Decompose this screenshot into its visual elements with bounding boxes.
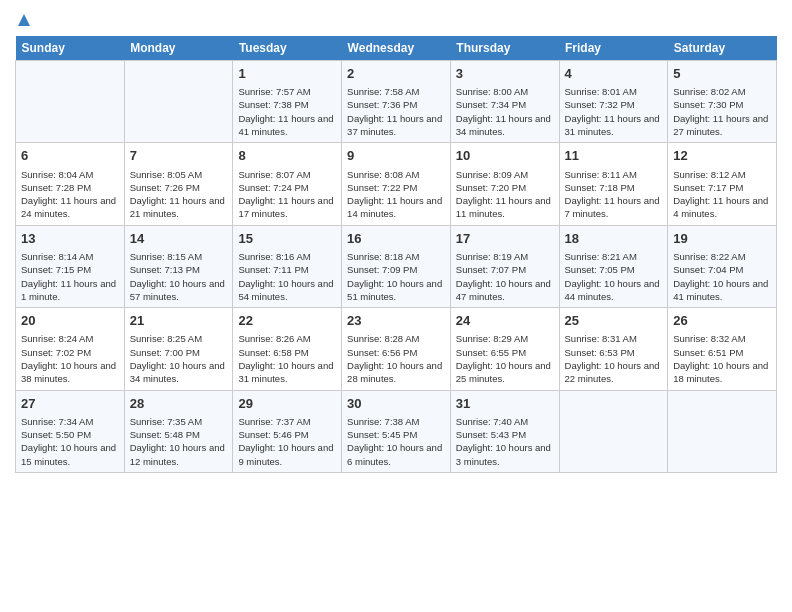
day-number: 9 [347, 147, 445, 165]
day-info: Sunrise: 7:34 AMSunset: 5:50 PMDaylight:… [21, 415, 119, 468]
day-info: Sunrise: 8:14 AMSunset: 7:15 PMDaylight:… [21, 250, 119, 303]
day-info: Sunrise: 8:04 AMSunset: 7:28 PMDaylight:… [21, 168, 119, 221]
day-number: 17 [456, 230, 554, 248]
calendar-day: 10Sunrise: 8:09 AMSunset: 7:20 PMDayligh… [450, 143, 559, 225]
calendar-day: 14Sunrise: 8:15 AMSunset: 7:13 PMDayligh… [124, 225, 233, 307]
header-day: Thursday [450, 36, 559, 61]
calendar-day: 27Sunrise: 7:34 AMSunset: 5:50 PMDayligh… [16, 390, 125, 472]
day-info: Sunrise: 8:22 AMSunset: 7:04 PMDaylight:… [673, 250, 771, 303]
calendar-day [16, 61, 125, 143]
calendar-day: 16Sunrise: 8:18 AMSunset: 7:09 PMDayligh… [342, 225, 451, 307]
header [15, 10, 777, 28]
calendar-day: 17Sunrise: 8:19 AMSunset: 7:07 PMDayligh… [450, 225, 559, 307]
day-info: Sunrise: 7:35 AMSunset: 5:48 PMDaylight:… [130, 415, 228, 468]
calendar-day: 11Sunrise: 8:11 AMSunset: 7:18 PMDayligh… [559, 143, 668, 225]
day-number: 14 [130, 230, 228, 248]
day-info: Sunrise: 8:11 AMSunset: 7:18 PMDaylight:… [565, 168, 663, 221]
day-number: 19 [673, 230, 771, 248]
day-info: Sunrise: 8:15 AMSunset: 7:13 PMDaylight:… [130, 250, 228, 303]
day-info: Sunrise: 8:07 AMSunset: 7:24 PMDaylight:… [238, 168, 336, 221]
day-number: 7 [130, 147, 228, 165]
calendar-day: 24Sunrise: 8:29 AMSunset: 6:55 PMDayligh… [450, 308, 559, 390]
calendar-day: 19Sunrise: 8:22 AMSunset: 7:04 PMDayligh… [668, 225, 777, 307]
calendar-day: 15Sunrise: 8:16 AMSunset: 7:11 PMDayligh… [233, 225, 342, 307]
calendar-day: 21Sunrise: 8:25 AMSunset: 7:00 PMDayligh… [124, 308, 233, 390]
day-number: 28 [130, 395, 228, 413]
day-number: 18 [565, 230, 663, 248]
day-info: Sunrise: 8:12 AMSunset: 7:17 PMDaylight:… [673, 168, 771, 221]
calendar-day: 29Sunrise: 7:37 AMSunset: 5:46 PMDayligh… [233, 390, 342, 472]
day-number: 3 [456, 65, 554, 83]
calendar-day: 6Sunrise: 8:04 AMSunset: 7:28 PMDaylight… [16, 143, 125, 225]
day-number: 5 [673, 65, 771, 83]
day-number: 27 [21, 395, 119, 413]
day-number: 29 [238, 395, 336, 413]
day-info: Sunrise: 8:29 AMSunset: 6:55 PMDaylight:… [456, 332, 554, 385]
header-day: Wednesday [342, 36, 451, 61]
calendar-day [668, 390, 777, 472]
day-info: Sunrise: 8:00 AMSunset: 7:34 PMDaylight:… [456, 85, 554, 138]
day-info: Sunrise: 8:32 AMSunset: 6:51 PMDaylight:… [673, 332, 771, 385]
calendar-day: 7Sunrise: 8:05 AMSunset: 7:26 PMDaylight… [124, 143, 233, 225]
day-info: Sunrise: 7:40 AMSunset: 5:43 PMDaylight:… [456, 415, 554, 468]
svg-marker-0 [18, 14, 30, 26]
calendar-week: 20Sunrise: 8:24 AMSunset: 7:02 PMDayligh… [16, 308, 777, 390]
calendar-day: 4Sunrise: 8:01 AMSunset: 7:32 PMDaylight… [559, 61, 668, 143]
day-info: Sunrise: 8:31 AMSunset: 6:53 PMDaylight:… [565, 332, 663, 385]
day-number: 12 [673, 147, 771, 165]
header-row: SundayMondayTuesdayWednesdayThursdayFrid… [16, 36, 777, 61]
day-info: Sunrise: 8:08 AMSunset: 7:22 PMDaylight:… [347, 168, 445, 221]
day-number: 11 [565, 147, 663, 165]
day-number: 23 [347, 312, 445, 330]
day-number: 2 [347, 65, 445, 83]
day-info: Sunrise: 8:01 AMSunset: 7:32 PMDaylight:… [565, 85, 663, 138]
calendar-day: 31Sunrise: 7:40 AMSunset: 5:43 PMDayligh… [450, 390, 559, 472]
calendar-week: 6Sunrise: 8:04 AMSunset: 7:28 PMDaylight… [16, 143, 777, 225]
page: SundayMondayTuesdayWednesdayThursdayFrid… [0, 0, 792, 612]
day-number: 15 [238, 230, 336, 248]
calendar-day: 9Sunrise: 8:08 AMSunset: 7:22 PMDaylight… [342, 143, 451, 225]
day-info: Sunrise: 7:57 AMSunset: 7:38 PMDaylight:… [238, 85, 336, 138]
calendar-table: SundayMondayTuesdayWednesdayThursdayFrid… [15, 36, 777, 473]
calendar-day: 30Sunrise: 7:38 AMSunset: 5:45 PMDayligh… [342, 390, 451, 472]
calendar-day: 18Sunrise: 8:21 AMSunset: 7:05 PMDayligh… [559, 225, 668, 307]
day-number: 16 [347, 230, 445, 248]
calendar-day: 23Sunrise: 8:28 AMSunset: 6:56 PMDayligh… [342, 308, 451, 390]
day-number: 26 [673, 312, 771, 330]
day-info: Sunrise: 8:26 AMSunset: 6:58 PMDaylight:… [238, 332, 336, 385]
calendar-day: 12Sunrise: 8:12 AMSunset: 7:17 PMDayligh… [668, 143, 777, 225]
day-info: Sunrise: 8:24 AMSunset: 7:02 PMDaylight:… [21, 332, 119, 385]
logo [15, 10, 33, 28]
calendar-day: 28Sunrise: 7:35 AMSunset: 5:48 PMDayligh… [124, 390, 233, 472]
day-number: 8 [238, 147, 336, 165]
day-number: 22 [238, 312, 336, 330]
day-number: 24 [456, 312, 554, 330]
day-info: Sunrise: 7:38 AMSunset: 5:45 PMDaylight:… [347, 415, 445, 468]
calendar-week: 27Sunrise: 7:34 AMSunset: 5:50 PMDayligh… [16, 390, 777, 472]
day-info: Sunrise: 8:21 AMSunset: 7:05 PMDaylight:… [565, 250, 663, 303]
day-number: 31 [456, 395, 554, 413]
calendar-day: 5Sunrise: 8:02 AMSunset: 7:30 PMDaylight… [668, 61, 777, 143]
day-info: Sunrise: 8:28 AMSunset: 6:56 PMDaylight:… [347, 332, 445, 385]
day-info: Sunrise: 8:18 AMSunset: 7:09 PMDaylight:… [347, 250, 445, 303]
calendar-day: 13Sunrise: 8:14 AMSunset: 7:15 PMDayligh… [16, 225, 125, 307]
calendar-day: 8Sunrise: 8:07 AMSunset: 7:24 PMDaylight… [233, 143, 342, 225]
day-number: 21 [130, 312, 228, 330]
day-info: Sunrise: 8:25 AMSunset: 7:00 PMDaylight:… [130, 332, 228, 385]
calendar-day: 20Sunrise: 8:24 AMSunset: 7:02 PMDayligh… [16, 308, 125, 390]
calendar-day: 1Sunrise: 7:57 AMSunset: 7:38 PMDaylight… [233, 61, 342, 143]
day-info: Sunrise: 7:37 AMSunset: 5:46 PMDaylight:… [238, 415, 336, 468]
day-number: 25 [565, 312, 663, 330]
day-info: Sunrise: 8:16 AMSunset: 7:11 PMDaylight:… [238, 250, 336, 303]
calendar-day: 2Sunrise: 7:58 AMSunset: 7:36 PMDaylight… [342, 61, 451, 143]
day-number: 1 [238, 65, 336, 83]
day-info: Sunrise: 8:05 AMSunset: 7:26 PMDaylight:… [130, 168, 228, 221]
calendar-week: 13Sunrise: 8:14 AMSunset: 7:15 PMDayligh… [16, 225, 777, 307]
day-info: Sunrise: 8:09 AMSunset: 7:20 PMDaylight:… [456, 168, 554, 221]
header-day: Monday [124, 36, 233, 61]
calendar-day: 3Sunrise: 8:00 AMSunset: 7:34 PMDaylight… [450, 61, 559, 143]
calendar-day: 22Sunrise: 8:26 AMSunset: 6:58 PMDayligh… [233, 308, 342, 390]
header-day: Friday [559, 36, 668, 61]
day-info: Sunrise: 8:02 AMSunset: 7:30 PMDaylight:… [673, 85, 771, 138]
day-number: 6 [21, 147, 119, 165]
